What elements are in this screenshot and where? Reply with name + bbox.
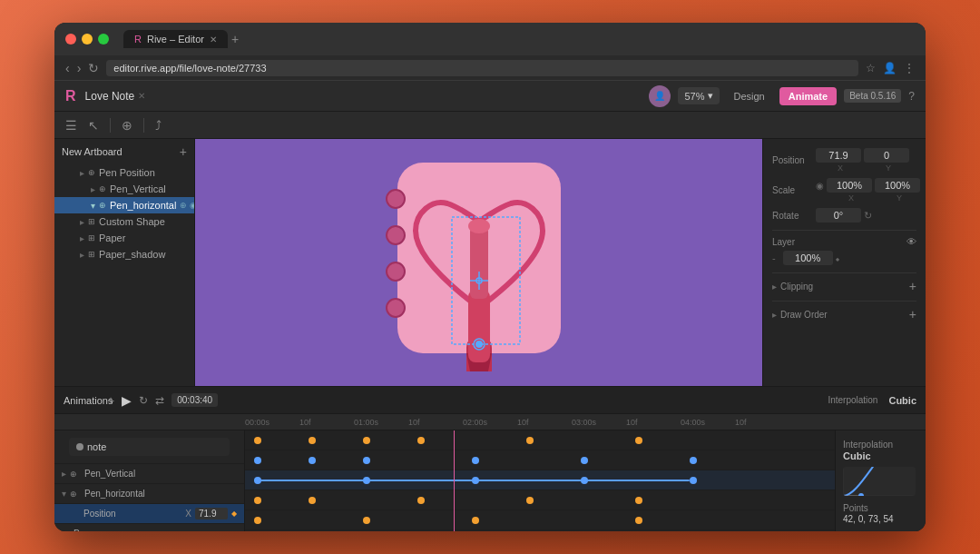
- visibility-icon[interactable]: 👁: [906, 236, 916, 247]
- y-axis-label: Y: [866, 163, 911, 173]
- group-icon: ⊞: [88, 250, 95, 259]
- keyframe[interactable]: [635, 437, 642, 444]
- play-button[interactable]: ▶: [122, 393, 132, 408]
- keyframe-add-dot[interactable]: ◆: [231, 509, 237, 518]
- refresh-button[interactable]: ↻: [88, 61, 99, 75]
- keyframe[interactable]: [254, 477, 261, 484]
- track-type-icon: ⊕: [70, 490, 77, 499]
- keyframe[interactable]: [690, 457, 697, 464]
- link-icon[interactable]: ⊕: [180, 201, 187, 210]
- keyframe[interactable]: [472, 477, 479, 484]
- track-pen[interactable]: ▸ Pen: [54, 524, 244, 531]
- keyframe[interactable]: [254, 497, 261, 504]
- track-pen-vertical[interactable]: ▸ ⊕ Pen_Vertical: [54, 464, 244, 484]
- animate-mode-button[interactable]: Animate: [779, 87, 837, 105]
- more-icon[interactable]: ⋮: [904, 62, 915, 74]
- minimize-button[interactable]: [82, 34, 93, 45]
- layer-pen-horizontal[interactable]: ▾ ⊕ Pen_horizontal ⊕ ◉: [54, 197, 194, 213]
- opacity-field[interactable]: [783, 251, 833, 265]
- keyframe[interactable]: [581, 457, 588, 464]
- keyframe[interactable]: [363, 477, 370, 484]
- keyframe[interactable]: [581, 477, 588, 484]
- layers-panel: New Artboard + ▸ ⊕ Pen Position ▸ ⊕ Pen_…: [54, 139, 195, 386]
- keyframe[interactable]: [526, 437, 534, 444]
- ruler-mark-0: 00:00s: [245, 418, 270, 427]
- new-tab-button[interactable]: +: [231, 32, 239, 46]
- keyframe[interactable]: [417, 497, 425, 504]
- ruler-mark-6: 03:00s: [572, 418, 596, 427]
- add-clipping-icon[interactable]: +: [909, 279, 916, 293]
- keyframe[interactable]: [363, 457, 370, 464]
- close-button[interactable]: [65, 34, 76, 45]
- rotate-field[interactable]: [816, 208, 861, 223]
- new-artboard-header[interactable]: New Artboard +: [54, 139, 194, 164]
- track-position-x-field[interactable]: [195, 508, 228, 519]
- track-content-area[interactable]: [245, 430, 835, 531]
- back-button[interactable]: ‹: [65, 61, 70, 75]
- layer-pen-vertical[interactable]: ▸ ⊕ Pen_Vertical: [54, 181, 194, 197]
- keyframe[interactable]: [254, 457, 261, 464]
- layer-paper-shadow[interactable]: ▸ ⊞ Paper_shadow: [54, 246, 194, 262]
- interpolation-value: Cubic: [888, 395, 916, 406]
- ruler-mark-2: 01:00s: [354, 418, 378, 427]
- expand-icon: ▸: [91, 184, 95, 194]
- group-icon-selected: ⊕: [99, 201, 106, 210]
- keyframe[interactable]: [254, 517, 261, 524]
- keyframe[interactable]: [309, 457, 316, 464]
- add-animation-icon[interactable]: +: [107, 393, 114, 408]
- position-y-field[interactable]: [864, 148, 909, 163]
- group-icon: ⊕: [99, 184, 106, 193]
- bookmark-icon[interactable]: ☆: [866, 62, 876, 74]
- layer-pen-position[interactable]: ▸ ⊕ Pen Position: [54, 164, 194, 181]
- scale-label: Scale: [772, 185, 812, 195]
- loop-icon[interactable]: ↻: [139, 394, 148, 407]
- position-x-field[interactable]: [816, 148, 861, 163]
- timeline-ruler: 00:00s 10f 01:00s 10f 02:00s 10f 03:00s …: [54, 414, 926, 430]
- opacity-stepper[interactable]: ⬥: [835, 253, 840, 263]
- keyframe[interactable]: [690, 477, 697, 484]
- track-position[interactable]: Position X ◆: [54, 504, 244, 524]
- ping-pong-icon[interactable]: ⇄: [155, 394, 164, 407]
- keyframe[interactable]: [254, 437, 261, 444]
- keyframe[interactable]: [309, 437, 316, 444]
- design-mode-button[interactable]: Design: [727, 87, 772, 105]
- select-tool-icon[interactable]: ↖: [88, 118, 99, 133]
- avatar[interactable]: 👤: [649, 85, 671, 107]
- position-x-value-group: X ◆: [185, 508, 237, 519]
- easing-curve-chart[interactable]: [843, 467, 916, 496]
- layer-paper[interactable]: ▸ ⊞ Paper: [54, 230, 194, 246]
- scale-y-field[interactable]: [875, 178, 920, 193]
- scale-x-field[interactable]: [827, 178, 872, 193]
- add-artboard-icon[interactable]: +: [180, 144, 187, 159]
- keyframe[interactable]: [472, 457, 479, 464]
- tab-close-icon[interactable]: ✕: [210, 35, 217, 45]
- note-status-dot: [76, 443, 83, 450]
- menu-icon[interactable]: ☰: [65, 118, 77, 133]
- keyframe[interactable]: [472, 517, 479, 524]
- maximize-button[interactable]: [98, 34, 109, 45]
- expand-icon: ▸: [80, 217, 84, 227]
- forward-button[interactable]: ›: [77, 61, 82, 75]
- url-input[interactable]: [106, 60, 858, 76]
- zoom-indicator[interactable]: 57% ▾: [678, 87, 719, 104]
- keyframe[interactable]: [309, 497, 316, 504]
- app-logo: R: [65, 88, 76, 104]
- add-draw-order-icon[interactable]: +: [909, 307, 916, 322]
- keyframe[interactable]: [417, 437, 425, 444]
- export-icon[interactable]: ⤴: [155, 118, 162, 133]
- track-pen-horizontal[interactable]: ▾ ⊕ Pen_horizontal: [54, 484, 244, 504]
- layer-label: Pen Position: [99, 167, 155, 178]
- browser-tab[interactable]: R Rive – Editor ✕: [123, 30, 228, 48]
- layer-custom-shape[interactable]: ▸ ⊞ Custom Shape: [54, 213, 194, 230]
- help-icon[interactable]: ?: [908, 90, 915, 103]
- note-animation-item[interactable]: note: [69, 438, 230, 456]
- keyframe[interactable]: [526, 497, 534, 504]
- expand-icon: ▸: [62, 469, 66, 479]
- keyframe[interactable]: [635, 497, 642, 504]
- account-icon[interactable]: 👤: [883, 62, 897, 74]
- keyframe[interactable]: [363, 437, 370, 444]
- add-tool-icon[interactable]: ⊕: [122, 118, 132, 133]
- keyframe[interactable]: [635, 517, 642, 524]
- canvas-area[interactable]: [195, 139, 762, 386]
- keyframe[interactable]: [363, 517, 370, 524]
